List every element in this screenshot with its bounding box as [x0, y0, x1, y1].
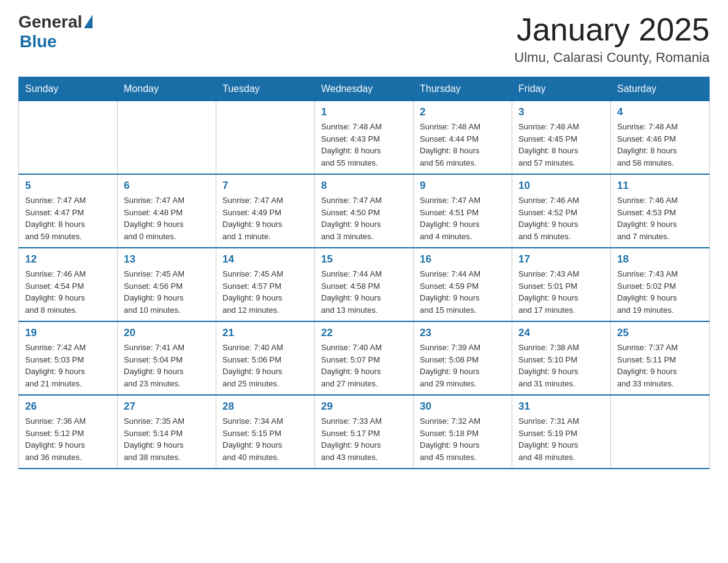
day-cell: 17Sunrise: 7:43 AM Sunset: 5:01 PM Dayli… — [512, 248, 611, 321]
day-cell: 15Sunrise: 7:44 AM Sunset: 4:58 PM Dayli… — [315, 248, 414, 321]
day-info: Sunrise: 7:44 AM Sunset: 4:58 PM Dayligh… — [321, 268, 407, 316]
day-cell — [216, 101, 315, 175]
day-number: 15 — [321, 253, 407, 266]
day-cell: 3Sunrise: 7:48 AM Sunset: 4:45 PM Daylig… — [512, 101, 611, 175]
day-number: 1 — [321, 106, 407, 118]
day-info: Sunrise: 7:46 AM Sunset: 4:54 PM Dayligh… — [25, 268, 111, 316]
day-info: Sunrise: 7:34 AM Sunset: 5:15 PM Dayligh… — [222, 415, 308, 463]
day-number: 26 — [25, 400, 111, 413]
day-cell: 22Sunrise: 7:40 AM Sunset: 5:07 PM Dayli… — [315, 321, 414, 395]
day-number: 23 — [420, 327, 506, 339]
day-info: Sunrise: 7:48 AM Sunset: 4:43 PM Dayligh… — [321, 121, 407, 169]
day-number: 13 — [124, 253, 210, 266]
day-cell — [118, 101, 216, 175]
day-info: Sunrise: 7:31 AM Sunset: 5:19 PM Dayligh… — [518, 415, 604, 463]
day-cell: 31Sunrise: 7:31 AM Sunset: 5:19 PM Dayli… — [512, 395, 611, 469]
day-cell — [611, 395, 710, 469]
day-info: Sunrise: 7:48 AM Sunset: 4:44 PM Dayligh… — [420, 121, 506, 169]
day-number: 17 — [518, 253, 604, 266]
day-info: Sunrise: 7:47 AM Sunset: 4:49 PM Dayligh… — [222, 194, 308, 242]
day-cell: 9Sunrise: 7:47 AM Sunset: 4:51 PM Daylig… — [414, 174, 512, 248]
day-info: Sunrise: 7:36 AM Sunset: 5:12 PM Dayligh… — [25, 415, 111, 463]
day-number: 30 — [420, 400, 506, 413]
day-cell: 19Sunrise: 7:42 AM Sunset: 5:03 PM Dayli… — [19, 321, 118, 395]
day-cell: 18Sunrise: 7:43 AM Sunset: 5:02 PM Dayli… — [611, 248, 710, 321]
header-cell-friday: Friday — [512, 77, 611, 101]
logo: General Blue — [18, 12, 93, 52]
day-cell: 2Sunrise: 7:48 AM Sunset: 4:44 PM Daylig… — [414, 101, 512, 175]
day-number: 9 — [420, 180, 506, 192]
logo-general-text: General — [18, 12, 82, 32]
week-row-2: 12Sunrise: 7:46 AM Sunset: 4:54 PM Dayli… — [19, 248, 710, 321]
calendar-title: January 2025 — [514, 12, 710, 47]
day-cell: 4Sunrise: 7:48 AM Sunset: 4:46 PM Daylig… — [611, 101, 710, 175]
day-cell: 11Sunrise: 7:46 AM Sunset: 4:53 PM Dayli… — [611, 174, 710, 248]
day-cell: 20Sunrise: 7:41 AM Sunset: 5:04 PM Dayli… — [118, 321, 216, 395]
header-cell-tuesday: Tuesday — [216, 77, 315, 101]
day-number: 29 — [321, 400, 407, 413]
header-row: SundayMondayTuesdayWednesdayThursdayFrid… — [19, 77, 710, 101]
day-info: Sunrise: 7:46 AM Sunset: 4:53 PM Dayligh… — [617, 194, 703, 242]
day-cell: 10Sunrise: 7:46 AM Sunset: 4:52 PM Dayli… — [512, 174, 611, 248]
day-info: Sunrise: 7:48 AM Sunset: 4:45 PM Dayligh… — [518, 121, 604, 169]
day-info: Sunrise: 7:41 AM Sunset: 5:04 PM Dayligh… — [124, 342, 210, 389]
day-cell: 6Sunrise: 7:47 AM Sunset: 4:48 PM Daylig… — [118, 174, 216, 248]
day-cell: 16Sunrise: 7:44 AM Sunset: 4:59 PM Dayli… — [414, 248, 512, 321]
day-cell: 27Sunrise: 7:35 AM Sunset: 5:14 PM Dayli… — [118, 395, 216, 469]
day-number: 8 — [321, 180, 407, 192]
day-cell: 5Sunrise: 7:47 AM Sunset: 4:47 PM Daylig… — [19, 174, 118, 248]
week-row-3: 19Sunrise: 7:42 AM Sunset: 5:03 PM Dayli… — [19, 321, 710, 395]
calendar-subtitle: Ulmu, Calarasi County, Romania — [514, 50, 710, 66]
day-info: Sunrise: 7:40 AM Sunset: 5:06 PM Dayligh… — [222, 342, 308, 389]
day-info: Sunrise: 7:43 AM Sunset: 5:02 PM Dayligh… — [617, 268, 703, 316]
week-row-1: 5Sunrise: 7:47 AM Sunset: 4:47 PM Daylig… — [19, 174, 710, 248]
week-row-4: 26Sunrise: 7:36 AM Sunset: 5:12 PM Dayli… — [19, 395, 710, 469]
day-number: 3 — [518, 106, 604, 118]
day-cell: 23Sunrise: 7:39 AM Sunset: 5:08 PM Dayli… — [414, 321, 512, 395]
header-cell-saturday: Saturday — [611, 77, 710, 101]
day-number: 21 — [222, 327, 308, 339]
week-row-0: 1Sunrise: 7:48 AM Sunset: 4:43 PM Daylig… — [19, 101, 710, 175]
day-cell: 24Sunrise: 7:38 AM Sunset: 5:10 PM Dayli… — [512, 321, 611, 395]
day-cell: 30Sunrise: 7:32 AM Sunset: 5:18 PM Dayli… — [414, 395, 512, 469]
day-info: Sunrise: 7:47 AM Sunset: 4:50 PM Dayligh… — [321, 194, 407, 242]
day-number: 5 — [25, 180, 111, 192]
title-block: January 2025 Ulmu, Calarasi County, Roma… — [514, 12, 710, 66]
day-number: 24 — [518, 327, 604, 339]
day-number: 31 — [518, 400, 604, 413]
day-info: Sunrise: 7:32 AM Sunset: 5:18 PM Dayligh… — [420, 415, 506, 463]
day-info: Sunrise: 7:46 AM Sunset: 4:52 PM Dayligh… — [518, 194, 604, 242]
logo-triangle-icon — [84, 15, 93, 28]
day-number: 27 — [124, 400, 210, 413]
day-info: Sunrise: 7:45 AM Sunset: 4:56 PM Dayligh… — [124, 268, 210, 316]
day-cell: 1Sunrise: 7:48 AM Sunset: 4:43 PM Daylig… — [315, 101, 414, 175]
day-cell: 12Sunrise: 7:46 AM Sunset: 4:54 PM Dayli… — [19, 248, 118, 321]
day-cell: 21Sunrise: 7:40 AM Sunset: 5:06 PM Dayli… — [216, 321, 315, 395]
header-cell-wednesday: Wednesday — [315, 77, 414, 101]
day-info: Sunrise: 7:38 AM Sunset: 5:10 PM Dayligh… — [518, 342, 604, 389]
day-number: 2 — [420, 106, 506, 118]
day-number: 7 — [222, 180, 308, 192]
logo-blue-text: Blue — [20, 32, 57, 52]
day-info: Sunrise: 7:33 AM Sunset: 5:17 PM Dayligh… — [321, 415, 407, 463]
day-info: Sunrise: 7:35 AM Sunset: 5:14 PM Dayligh… — [124, 415, 210, 463]
day-info: Sunrise: 7:37 AM Sunset: 5:11 PM Dayligh… — [617, 342, 703, 389]
header-cell-sunday: Sunday — [19, 77, 118, 101]
calendar-table: SundayMondayTuesdayWednesdayThursdayFrid… — [18, 77, 710, 469]
day-info: Sunrise: 7:48 AM Sunset: 4:46 PM Dayligh… — [617, 121, 703, 169]
day-info: Sunrise: 7:40 AM Sunset: 5:07 PM Dayligh… — [321, 342, 407, 389]
day-number: 18 — [617, 253, 703, 266]
day-info: Sunrise: 7:42 AM Sunset: 5:03 PM Dayligh… — [25, 342, 111, 389]
header-cell-monday: Monday — [118, 77, 216, 101]
day-number: 14 — [222, 253, 308, 266]
day-number: 6 — [124, 180, 210, 192]
day-info: Sunrise: 7:47 AM Sunset: 4:48 PM Dayligh… — [124, 194, 210, 242]
day-number: 25 — [617, 327, 703, 339]
day-cell: 25Sunrise: 7:37 AM Sunset: 5:11 PM Dayli… — [611, 321, 710, 395]
day-cell: 26Sunrise: 7:36 AM Sunset: 5:12 PM Dayli… — [19, 395, 118, 469]
day-number: 20 — [124, 327, 210, 339]
day-cell: 8Sunrise: 7:47 AM Sunset: 4:50 PM Daylig… — [315, 174, 414, 248]
day-number: 11 — [617, 180, 703, 192]
day-number: 4 — [617, 106, 703, 118]
day-number: 16 — [420, 253, 506, 266]
